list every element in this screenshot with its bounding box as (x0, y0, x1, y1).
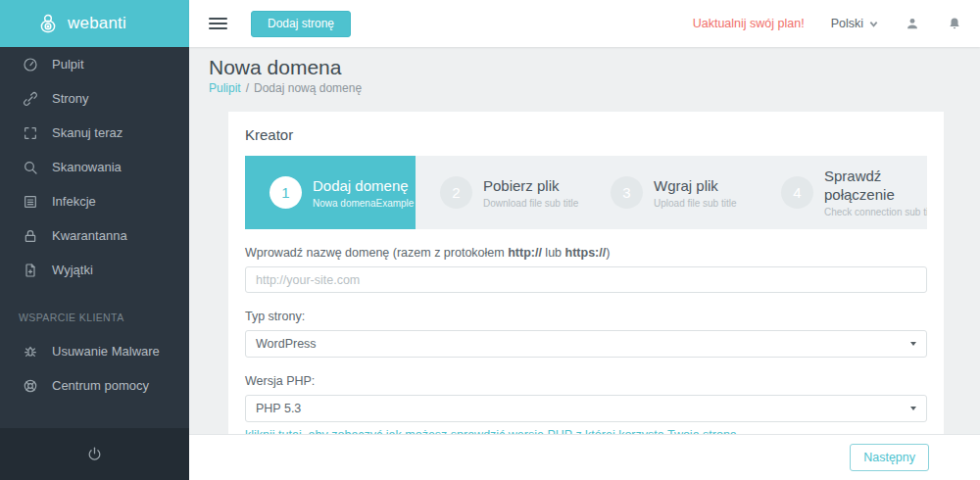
sidebar-item-centrum-pomocy[interactable]: Centrum pomocy (0, 368, 189, 403)
sidebar-item-usuwanie-malware[interactable]: Usuwanie Malware (0, 334, 189, 368)
sidebar-item-wyjatki[interactable]: Wyjątki (0, 253, 189, 287)
select-arrow-icon (910, 342, 916, 346)
step-number-badge: 3 (611, 176, 643, 209)
site-type-value: WordPress (256, 337, 317, 351)
file-plus-icon (22, 262, 39, 279)
sidebar-item-skanowania[interactable]: Skanowania (0, 150, 189, 184)
sidebar-item-skanuj-teraz[interactable]: Skanuj teraz (0, 116, 189, 150)
step-download-file[interactable]: 2 Pobierz plik Download file sub title (416, 156, 586, 229)
sidebar: webanti Pulpit Strony Skanuj teraz (0, 0, 189, 480)
sidebar-item-label: Skanowania (52, 160, 122, 174)
lock-icon (22, 227, 39, 245)
step-title: Wgraj plik (654, 176, 737, 195)
step-subtitle: Upload file sub title (654, 197, 737, 210)
step-add-domain[interactable]: 1 Dodaj domenę Nowa domenaExample text (245, 156, 416, 229)
brand-logo[interactable]: webanti (0, 0, 189, 47)
topbar-right: Uaktualnij swój plan! Polski (693, 16, 962, 31)
sidebar-nav: Pulpit Strony Skanuj teraz Skanowania (0, 47, 189, 287)
step-check-connection[interactable]: 4 Sprawdź połączenie Check connection su… (757, 156, 927, 229)
user-icon[interactable] (905, 16, 920, 31)
wizard-card: Kreator 1 Dodaj domenę Nowa domenaExampl… (228, 112, 944, 434)
step-number-badge: 4 (781, 176, 813, 209)
domain-label: Wprowadź nazwę domenę (razem z protokołe… (245, 246, 927, 261)
sidebar-item-label: Wyjątki (52, 263, 93, 277)
wizard-footer: Następny (189, 434, 980, 480)
php-version-value: PHP 5.3 (256, 402, 301, 415)
step-number-badge: 1 (270, 176, 302, 209)
step-number-badge: 2 (440, 176, 472, 209)
step-subtitle: Nowa domenaExample text (313, 197, 416, 210)
sidebar-section-label: WSPARCIE KLIENTA (0, 311, 189, 324)
sidebar-item-kwarantanna[interactable]: Kwarantanna (0, 218, 189, 253)
sidebar-item-label: Usuwanie Malware (52, 344, 160, 359)
step-title: Sprawdź połączenie (824, 167, 927, 204)
wizard-steps: 1 Dodaj domenę Nowa domenaExample text 2… (245, 156, 927, 229)
scan-frame-icon (22, 124, 39, 142)
sidebar-item-label: Kwarantanna (52, 228, 127, 243)
language-label: Polski (831, 17, 863, 30)
php-version-label: Wersja PHP: (245, 374, 927, 389)
main-panel: Kreator 1 Dodaj domenę Nowa domenaExampl… (189, 93, 980, 434)
php-version-select[interactable]: PHP 5.3 (245, 395, 927, 422)
step-title: Pobierz plik (483, 176, 578, 195)
sidebar-item-label: Centrum pomocy (52, 378, 149, 393)
site-type-label: Typ strony: (245, 310, 927, 324)
next-button[interactable]: Następny (850, 444, 929, 471)
link-icon (22, 90, 39, 108)
step-title: Dodaj domenę (313, 176, 416, 195)
sidebar-item-strony[interactable]: Strony (0, 81, 189, 116)
select-arrow-icon (910, 407, 916, 410)
brand-name: webanti (68, 14, 126, 33)
logout-button[interactable] (81, 441, 109, 468)
bell-icon[interactable] (947, 16, 962, 31)
card-title: Kreator (245, 127, 927, 142)
page-title: Nowa domena (209, 56, 960, 78)
upgrade-plan-link[interactable]: Uaktualnij swój plan! (693, 17, 805, 30)
padlock-icon (37, 13, 59, 34)
sidebar-item-infekcje[interactable]: Infekcje (0, 184, 189, 218)
site-type-select[interactable]: WordPress (245, 330, 927, 358)
language-dropdown[interactable]: Polski (831, 17, 878, 30)
sidebar-item-label: Pulpit (52, 57, 84, 72)
bug-icon (22, 343, 39, 360)
power-icon (86, 446, 103, 462)
sidebar-item-label: Infekcje (52, 194, 96, 209)
add-site-button[interactable]: Dodaj stronę (251, 11, 351, 37)
list-icon (22, 193, 39, 211)
search-icon (22, 159, 39, 176)
app-window: webanti Pulpit Strony Skanuj teraz (0, 0, 980, 480)
sidebar-support-nav: Usuwanie Malware Centrum pomocy (0, 334, 189, 403)
step-upload-file[interactable]: 3 Wgraj plik Upload file sub title (586, 156, 757, 229)
sidebar-item-label: Strony (52, 91, 89, 106)
topbar: Dodaj stronę Uaktualnij swój plan! Polsk… (189, 0, 980, 47)
dashboard-icon (22, 56, 39, 73)
sidebar-item-label: Skanuj teraz (52, 125, 122, 140)
content-area: Dodaj stronę Uaktualnij swój plan! Polsk… (189, 0, 980, 480)
menu-toggle[interactable] (209, 18, 227, 29)
chevron-down-icon (869, 20, 878, 28)
step-subtitle: Check connection sub title (824, 206, 927, 218)
domain-input[interactable] (245, 266, 927, 293)
step-subtitle: Download file sub title (483, 197, 578, 210)
sidebar-footer (0, 428, 189, 480)
page-header: Nowa domena Pulipit / Dodaj nową domenę (189, 47, 980, 93)
lifebuoy-icon (22, 377, 39, 395)
sidebar-item-pulpit[interactable]: Pulpit (0, 47, 189, 81)
